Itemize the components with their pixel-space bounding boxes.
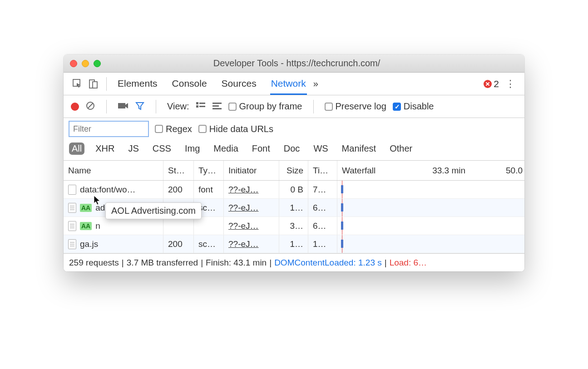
cell-initiator[interactable]: ??-eJ… — [224, 235, 279, 253]
cell-initiator[interactable]: ??-eJ… — [224, 199, 279, 216]
regex-checkbox[interactable]: Regex — [155, 124, 192, 134]
network-toolbar: View: Group by frame Preserve log Disabl… — [64, 95, 524, 118]
hide-data-urls-label: Hide data URLs — [209, 124, 273, 134]
cell-waterfall — [337, 217, 524, 235]
type-all[interactable]: All — [69, 143, 84, 155]
axis-tick: 50.0 — [506, 166, 523, 176]
status-bar: 259 requests | 3.7 MB transferred | Fini… — [64, 253, 524, 271]
axis-tick: 33.3 min — [432, 166, 465, 176]
checkbox-icon — [228, 103, 237, 111]
type-other[interactable]: Other — [387, 143, 415, 155]
divider — [106, 77, 107, 91]
error-count-value: 2 — [494, 79, 499, 89]
request-name: ga.js — [80, 239, 98, 249]
svg-rect-11 — [212, 105, 219, 107]
file-icon — [68, 239, 76, 249]
filter-toggle-icon[interactable] — [135, 101, 145, 113]
type-doc[interactable]: Doc — [281, 143, 303, 155]
file-icon — [68, 203, 76, 213]
cell-initiator[interactable]: ??-eJ… — [224, 217, 279, 235]
close-window-button[interactable] — [70, 60, 77, 67]
divider: | — [122, 258, 124, 268]
preserve-log-checkbox[interactable]: Preserve log — [325, 101, 386, 112]
request-name: n — [95, 221, 100, 231]
type-xhr[interactable]: XHR — [93, 143, 117, 155]
svg-rect-6 — [196, 102, 198, 104]
cell-time: 6… — [308, 199, 337, 216]
col-size[interactable]: Size — [279, 161, 308, 180]
cell-initiator[interactable]: ??-eJ… — [224, 181, 279, 198]
divider: | — [269, 258, 272, 268]
small-rows-icon[interactable] — [212, 102, 222, 112]
cell-status: 200 — [163, 235, 194, 253]
zoom-window-button[interactable] — [94, 60, 101, 67]
table-header: Name St… Ty… Initiator Size Ti… Waterfal… — [64, 161, 524, 181]
clear-button[interactable] — [85, 101, 95, 113]
table-row[interactable]: data:font/wo…200font??-eJ…0 B7… — [64, 181, 524, 199]
group-by-frame-label: Group by frame — [239, 101, 302, 112]
status-finish: Finish: 43.1 min — [206, 258, 267, 268]
tab-sources[interactable]: Sources — [221, 74, 257, 94]
tab-network[interactable]: Network — [270, 74, 307, 95]
cell-status — [163, 217, 194, 235]
window-title: Developer Tools - https://techcrunch.com… — [101, 58, 493, 69]
cell-type: font — [194, 181, 224, 198]
hide-data-urls-checkbox[interactable]: Hide data URLs — [198, 124, 273, 134]
more-tabs-button[interactable]: » — [309, 79, 323, 89]
table-row[interactable]: AAn??-eJ…3…6… — [64, 217, 524, 235]
cell-time: 1… — [308, 235, 337, 253]
col-name[interactable]: Name — [64, 161, 163, 180]
svg-rect-5 — [118, 103, 125, 108]
divider: | — [385, 258, 387, 268]
col-waterfall[interactable]: Waterfall 33.3 min 50.0 — [337, 161, 524, 180]
file-icon — [68, 221, 76, 231]
checkbox-icon — [325, 103, 333, 111]
regex-label: Regex — [166, 124, 192, 134]
cell-waterfall — [337, 235, 524, 253]
type-manifest[interactable]: Manifest — [339, 143, 379, 155]
type-font[interactable]: Font — [249, 143, 273, 155]
waterfall-bar — [341, 185, 343, 193]
devtools-window: Developer Tools - https://techcrunch.com… — [64, 54, 524, 271]
col-initiator[interactable]: Initiator — [224, 161, 279, 180]
svg-rect-2 — [93, 82, 97, 88]
type-media[interactable]: Media — [211, 143, 241, 155]
waterfall-label: Waterfall — [342, 166, 376, 176]
resource-type-bar: All XHR JS CSS Img Media Font Doc WS Man… — [64, 140, 524, 161]
type-ws[interactable]: WS — [311, 143, 331, 155]
filter-input[interactable] — [69, 121, 148, 137]
cell-waterfall — [337, 181, 524, 198]
tab-elements[interactable]: Elements — [117, 74, 158, 94]
svg-rect-10 — [212, 103, 222, 104]
checkbox-icon — [198, 125, 207, 133]
status-domcontentloaded: DOMContentLoaded: 1.23 s — [274, 258, 382, 268]
type-js[interactable]: JS — [125, 143, 141, 155]
device-toolbar-icon[interactable] — [86, 77, 100, 91]
type-img[interactable]: Img — [182, 143, 203, 155]
cell-type: sc… — [194, 235, 224, 253]
request-name: data:font/wo… — [80, 185, 136, 195]
waterfall-bar — [341, 203, 343, 212]
cell-size: 3… — [279, 217, 308, 235]
settings-menu-button[interactable]: ⋮ — [501, 78, 520, 90]
checkbox-icon — [393, 103, 401, 111]
type-css[interactable]: CSS — [150, 143, 174, 155]
panel-tabbar: Elements Console Sources Network » 2 ⋮ — [64, 73, 524, 95]
table-row[interactable]: ga.js200sc…??-eJ…1…1… — [64, 235, 524, 253]
tab-console[interactable]: Console — [171, 74, 208, 94]
divider — [313, 100, 314, 113]
col-type[interactable]: Ty… — [194, 161, 224, 180]
record-button[interactable] — [71, 103, 79, 111]
divider: | — [201, 258, 203, 268]
col-status[interactable]: St… — [163, 161, 194, 180]
disable-cache-checkbox[interactable]: Disable — [393, 101, 434, 112]
inspect-element-icon[interactable] — [71, 77, 84, 91]
divider — [106, 100, 107, 113]
minimize-window-button[interactable] — [82, 60, 89, 67]
error-icon — [484, 80, 492, 88]
col-time[interactable]: Ti… — [308, 161, 337, 180]
screenshot-button[interactable] — [118, 102, 128, 112]
error-count[interactable]: 2 — [484, 79, 499, 89]
large-rows-icon[interactable] — [196, 102, 206, 112]
group-by-frame-checkbox[interactable]: Group by frame — [228, 101, 302, 112]
